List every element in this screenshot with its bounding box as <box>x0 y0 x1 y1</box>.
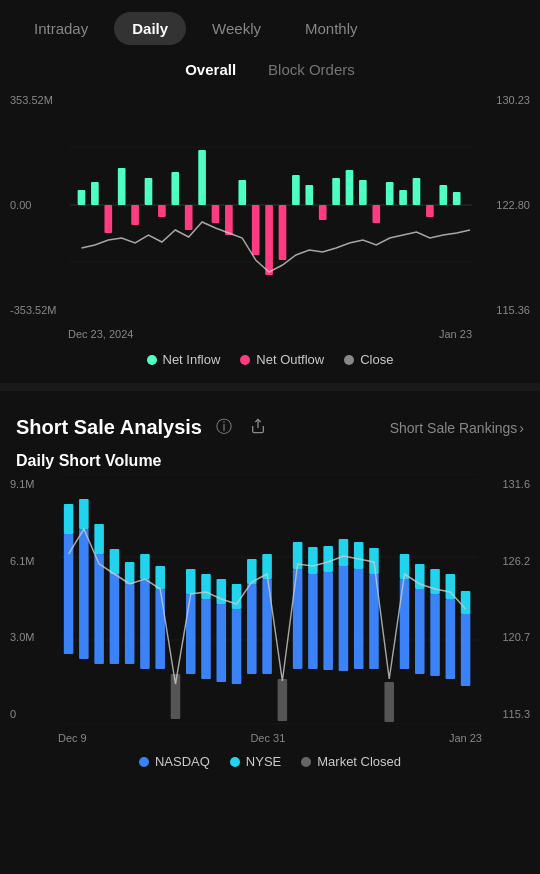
svg-rect-30 <box>439 185 447 205</box>
svg-rect-56 <box>217 604 227 682</box>
main-chart-svg <box>70 90 472 320</box>
svg-rect-77 <box>384 682 394 722</box>
svg-rect-14 <box>225 205 233 235</box>
tab-weekly[interactable]: Weekly <box>194 12 279 45</box>
short-sale-legend: NASDAQ NYSE Market Closed <box>0 744 540 785</box>
main-chart-y-left: 353.52M 0.00 -353.52M <box>10 90 70 320</box>
info-button[interactable]: ⓘ <box>212 415 236 440</box>
close-dot <box>344 355 354 365</box>
net-inflow-dot <box>147 355 157 365</box>
svg-rect-27 <box>399 190 407 205</box>
tab-daily[interactable]: Daily <box>114 12 186 45</box>
svg-rect-40 <box>79 499 89 529</box>
svg-rect-11 <box>185 205 193 230</box>
svg-rect-19 <box>292 175 300 205</box>
svg-rect-46 <box>125 562 135 584</box>
short-chart-y-left: 9.1M 6.1M 3.0M 0 <box>10 474 54 724</box>
net-outflow-dot <box>240 355 250 365</box>
tab-intraday[interactable]: Intraday <box>16 12 106 45</box>
svg-rect-82 <box>430 594 440 676</box>
svg-rect-68 <box>308 547 318 574</box>
legend-nasdaq: NASDAQ <box>139 754 210 769</box>
svg-rect-16 <box>252 205 260 255</box>
legend-nyse: NYSE <box>230 754 281 769</box>
svg-rect-44 <box>110 549 120 574</box>
svg-rect-20 <box>305 185 313 205</box>
short-sale-rankings-link[interactable]: Short Sale Rankings › <box>390 420 524 436</box>
svg-rect-10 <box>171 172 179 205</box>
svg-rect-6 <box>118 168 126 205</box>
tab-monthly[interactable]: Monthly <box>287 12 376 45</box>
svg-rect-80 <box>415 589 425 674</box>
legend-market-closed: Market Closed <box>301 754 401 769</box>
svg-rect-47 <box>140 579 150 669</box>
nasdaq-dot <box>139 757 149 767</box>
legend-net-outflow: Net Outflow <box>240 352 324 367</box>
svg-rect-31 <box>453 192 461 205</box>
short-chart-x-axis: Dec 9 Dec 31 Jan 23 <box>0 728 540 744</box>
daily-short-title: Daily Short Volume <box>0 444 540 474</box>
section-divider <box>0 383 540 391</box>
short-chart-y-right: 131.6 126.2 120.7 115.3 <box>486 474 530 724</box>
svg-rect-37 <box>64 534 74 654</box>
svg-rect-23 <box>346 170 354 205</box>
svg-rect-5 <box>104 205 112 233</box>
svg-rect-52 <box>186 594 196 674</box>
svg-rect-49 <box>155 589 165 669</box>
main-chart-x-axis: Dec 23, 2024 Jan 23 <box>0 324 540 340</box>
main-chart-y-right: 130.23 122.80 115.36 <box>482 90 530 320</box>
short-sale-chart: 9.1M 6.1M 3.0M 0 131.6 126.2 120.7 115.3 <box>0 474 540 724</box>
svg-rect-4 <box>91 182 99 205</box>
tab-bar: Intraday Daily Weekly Monthly <box>0 0 540 57</box>
svg-rect-7 <box>131 205 139 225</box>
svg-rect-21 <box>319 205 327 220</box>
svg-rect-65 <box>293 569 303 669</box>
sub-tab-bar: Overall Block Orders <box>0 57 540 90</box>
subtab-block-orders[interactable]: Block Orders <box>268 61 355 80</box>
svg-rect-41 <box>94 554 104 664</box>
svg-rect-42 <box>94 524 104 554</box>
subtab-overall[interactable]: Overall <box>185 61 236 80</box>
share-button[interactable] <box>246 416 270 440</box>
svg-rect-72 <box>339 539 349 566</box>
svg-rect-15 <box>238 180 246 205</box>
svg-rect-39 <box>79 529 89 659</box>
svg-rect-70 <box>323 546 333 572</box>
svg-rect-45 <box>125 584 135 664</box>
svg-rect-74 <box>354 542 364 569</box>
svg-rect-28 <box>413 178 421 205</box>
svg-rect-58 <box>232 609 242 684</box>
svg-rect-25 <box>372 205 380 223</box>
svg-rect-29 <box>426 205 434 217</box>
svg-rect-67 <box>308 574 318 669</box>
svg-rect-69 <box>323 572 333 670</box>
svg-rect-54 <box>201 599 211 679</box>
short-sale-title: Short Sale Analysis <box>16 416 202 439</box>
svg-rect-53 <box>186 569 196 594</box>
svg-rect-13 <box>212 205 220 223</box>
svg-rect-43 <box>110 574 120 664</box>
svg-rect-87 <box>461 591 471 614</box>
svg-rect-50 <box>155 566 165 589</box>
svg-rect-59 <box>232 584 242 609</box>
svg-rect-24 <box>359 180 367 205</box>
svg-rect-64 <box>278 679 288 721</box>
svg-rect-55 <box>201 574 211 599</box>
legend-net-inflow: Net Inflow <box>147 352 221 367</box>
svg-rect-84 <box>446 599 456 679</box>
svg-rect-26 <box>386 182 394 205</box>
svg-rect-17 <box>265 205 273 275</box>
svg-rect-8 <box>145 178 153 205</box>
nyse-dot <box>230 757 240 767</box>
svg-rect-18 <box>279 205 287 260</box>
svg-rect-22 <box>332 178 340 205</box>
svg-rect-38 <box>64 504 74 534</box>
main-chart: 353.52M 0.00 -353.52M 130.23 122.80 115.… <box>0 90 540 320</box>
legend-close: Close <box>344 352 393 367</box>
svg-rect-3 <box>78 190 86 205</box>
svg-rect-48 <box>140 554 150 579</box>
short-chart-svg <box>60 474 478 724</box>
short-sale-header: Short Sale Analysis ⓘ Short Sale Ranking… <box>0 399 540 444</box>
svg-rect-86 <box>461 614 471 686</box>
svg-rect-12 <box>198 150 206 205</box>
